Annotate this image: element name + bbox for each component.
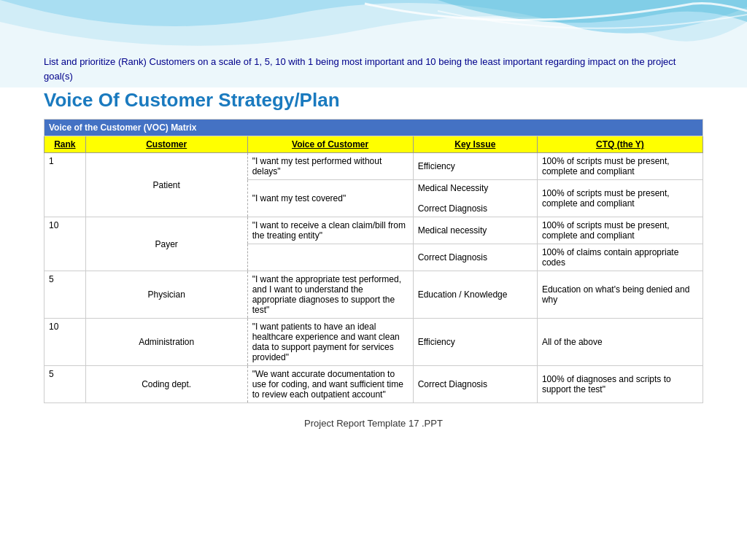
rank-cell: 1 xyxy=(44,153,86,217)
ctq-cell: 100% of scripts must be present, complet… xyxy=(537,180,703,217)
col-header-rank: Rank xyxy=(44,136,86,153)
rank-cell: 5 xyxy=(44,366,86,403)
ctq-cell: 100% of scripts must be present, complet… xyxy=(537,153,703,180)
page-title: Voice Of Customer Strategy/Plan xyxy=(44,89,703,112)
key-issue-cell: Medical necessity xyxy=(413,217,537,244)
col-header-voice: Voice of Customer xyxy=(247,136,413,153)
customer-cell: Payer xyxy=(85,217,247,271)
matrix-header: Voice of the Customer (VOC) Matrix xyxy=(44,120,703,136)
rank-cell: 10 xyxy=(44,319,86,366)
rank-cell: 10 xyxy=(44,217,86,271)
footer-text: Project Report Template 17 .PPT xyxy=(44,418,703,429)
customer-cell: Patient xyxy=(85,153,247,217)
ctq-cell: 100% of diagnoses and scripts to support… xyxy=(537,366,703,403)
customer-cell: Physician xyxy=(85,271,247,319)
voice-cell: "I want patients to have an ideal health… xyxy=(247,319,413,366)
customer-cell: Coding dept. xyxy=(85,366,247,403)
table-row: 5Coding dept."We want accurate documenta… xyxy=(44,366,703,403)
key-issue-cell: Efficiency xyxy=(413,319,537,366)
key-issue-cell: Correct Diagnosis xyxy=(413,244,537,271)
ctq-cell: All of the above xyxy=(537,319,703,366)
key-issue-cell: Education / Knowledge xyxy=(413,271,537,319)
table-row: 10Administration"I want patients to have… xyxy=(44,319,703,366)
col-header-customer: Customer xyxy=(85,136,247,153)
voice-cell: "We want accurate documentation to use f… xyxy=(247,366,413,403)
ctq-cell: 100% of claims contain appropriate codes xyxy=(537,244,703,271)
voice-cell xyxy=(247,244,413,271)
col-header-ctq: CTQ (the Y) xyxy=(537,136,703,153)
rank-cell: 5 xyxy=(44,271,86,319)
key-issue-cell: Medical Necessity Correct Diagnosis xyxy=(413,180,537,217)
key-issue-cell: Efficiency xyxy=(413,153,537,180)
voice-cell: "I want to receive a clean claim/bill fr… xyxy=(247,217,413,244)
table-row: 10Payer"I want to receive a clean claim/… xyxy=(44,217,703,244)
table-row: 1Patient"I want my test performed withou… xyxy=(44,153,703,180)
voice-cell: "I want my test performed without delays… xyxy=(247,153,413,180)
customer-cell: Administration xyxy=(85,319,247,366)
main-content: List and prioritize (Rank) Customers on … xyxy=(0,0,747,436)
ctq-cell: Education on what's being denied and why xyxy=(537,271,703,319)
voice-cell: "I want my test covered" xyxy=(247,180,413,217)
ctq-cell: 100% of scripts must be present, complet… xyxy=(537,217,703,244)
col-header-key-issue: Key Issue xyxy=(413,136,537,153)
key-issue-cell: Correct Diagnosis xyxy=(413,366,537,403)
voice-cell: "I want the appropriate test performed, … xyxy=(247,271,413,319)
intro-text: List and prioritize (Rank) Customers on … xyxy=(44,55,703,83)
voc-matrix-table: Voice of the Customer (VOC) Matrix Rank … xyxy=(44,119,703,403)
table-row: 5Physician"I want the appropriate test p… xyxy=(44,271,703,319)
